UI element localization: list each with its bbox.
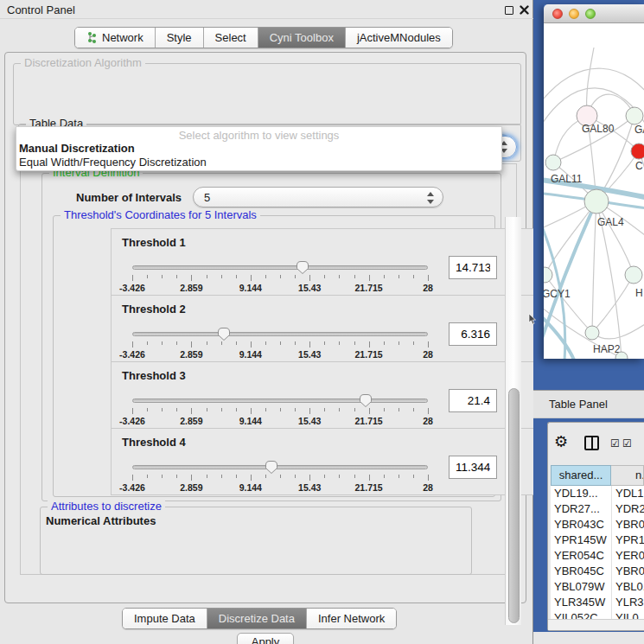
slider-tick [132,408,133,414]
slider-thumb[interactable] [296,260,309,275]
network-canvas[interactable]: GAL80GACGAL11GAL4GCY1HHAP2 [544,23,644,359]
tab-select[interactable]: Select [204,28,258,48]
slider-track[interactable] [132,265,428,270]
table-row[interactable]: YBR045CYBR0... [551,564,644,579]
dropdown-option-equal-width[interactable]: Equal Width/Frequency Discretization [16,156,501,169]
apply-button[interactable]: Apply [237,633,294,644]
zoom-traffic-icon[interactable] [585,9,596,19]
table-horizontal-scrollbar[interactable] [548,619,644,630]
tab-network-label: Network [102,31,143,44]
slider-tick [176,341,177,345]
slider-tick [265,408,266,411]
table-row[interactable]: YDR27...YDR2... [551,501,644,517]
slider-tick-label: 21.715 [355,416,383,426]
tab-impute-data[interactable]: Impute Data [123,609,207,628]
slider-tick [384,475,385,478]
slider-tick [324,275,325,278]
slider-tick [265,341,266,345]
checkbox-icon[interactable]: ☑ [610,437,620,450]
network-node[interactable] [545,155,561,170]
number-of-intervals-value: 5 [204,191,210,204]
float-panel-icon[interactable] [505,6,513,15]
slider-tick [384,275,385,278]
tab-cyni-toolbox[interactable]: Cyni Toolbox [258,28,346,48]
slider-tick [280,341,281,345]
slider-track[interactable] [132,465,428,469]
slider-tick [339,275,340,278]
slider-track[interactable] [132,399,428,403]
slider-tick [384,408,385,411]
slider-tick [280,475,281,478]
network-node[interactable] [584,189,609,214]
cell-shared-name: YPR145W [554,532,607,548]
split-columns-icon[interactable] [584,436,599,450]
slider-tick-label: -3.426 [119,482,145,493]
close-icon[interactable] [520,5,529,15]
table-row[interactable]: YPR145WYPR1... [551,532,644,548]
table-row[interactable]: YBL079WYBL0... [551,579,644,595]
slider-tick [162,341,163,345]
tab-infer-network[interactable]: Infer Network [307,609,396,628]
table-row[interactable]: YIL052CYIL0... [551,610,644,619]
slider-tick-label: 28 [423,283,433,293]
threshold-label: Threshold 2 [122,303,186,316]
column-header-name[interactable]: n... [611,465,644,486]
slider-tick-label: 9.144 [239,283,262,293]
node-label: GAL11 [551,173,583,185]
slider-tick [324,341,325,345]
slider-tick [132,475,133,481]
network-node[interactable] [625,266,642,284]
threshold-label: Threshold 3 [122,369,186,382]
threshold-value-field[interactable] [449,456,497,479]
checkbox-icon[interactable]: ☑ [622,437,632,450]
gear-icon[interactable]: ⚙ [554,434,568,450]
tab-style[interactable]: Style [156,28,204,48]
network-window-titlebar[interactable] [544,4,644,23]
slider-tick [207,475,207,478]
slider-tick [176,475,177,478]
slider-tick-label: 9.144 [239,349,262,360]
slider-thumb[interactable] [217,327,231,341]
slider-tick-label: 15.43 [298,283,321,293]
close-traffic-icon[interactable] [552,9,563,19]
table-row[interactable]: YLR345WYLR3... [551,595,644,610]
network-node[interactable] [544,267,552,283]
slider-tick [295,408,296,411]
threshold-value-field[interactable] [449,256,497,279]
cell-name: YLR3... [615,595,644,610]
slider-tick [369,275,370,281]
threshold-value-field[interactable] [449,322,497,346]
table-row[interactable]: YBR043CYBR0... [551,517,644,532]
threshold-value-field[interactable] [449,389,497,412]
slider-tick [221,408,222,411]
panel-scrollbar-thumb[interactable] [508,388,520,623]
slider-tick [251,341,252,348]
tab-discretize-data[interactable]: Discretize Data [207,609,307,628]
tab-jactivemnodules[interactable]: jActiveMNodules [346,28,452,48]
window-title: Control Panel [7,3,75,16]
table-row[interactable]: YDL19...YDL1... [551,486,644,501]
slider-tick-label: 2.859 [180,349,202,360]
slider-tick [413,275,414,278]
slider-tick-label: -3.426 [119,283,145,293]
slider-thumb[interactable] [265,460,278,475]
network-node[interactable] [626,107,643,124]
network-node[interactable] [631,143,644,159]
combo-stepper-icon [427,192,434,204]
dropdown-placeholder-item[interactable]: Select algorithm to view settings [16,129,501,142]
slider-tick [147,408,148,411]
cell-shared-name: YIL052C [554,610,598,619]
threshold-label: Threshold 4 [122,436,186,449]
column-header-shared-name[interactable]: shared... [551,465,611,486]
number-of-intervals-combobox[interactable]: 5 [193,187,443,207]
panel-scrollbar[interactable] [505,217,521,625]
minimize-traffic-icon[interactable] [569,9,579,19]
table-row[interactable]: YER054CYER0... [551,548,644,564]
slider-thumb[interactable] [359,393,373,408]
slider-track[interactable] [132,332,428,336]
node-table[interactable]: YDL19...YDL1...YDR27...YDR2...YBR043CYBR… [551,486,644,619]
network-node[interactable] [585,326,599,340]
dropdown-option-manual[interactable]: Manual Discretization [16,142,501,156]
tab-network[interactable]: Network [75,28,156,48]
slider-tick [207,341,207,345]
